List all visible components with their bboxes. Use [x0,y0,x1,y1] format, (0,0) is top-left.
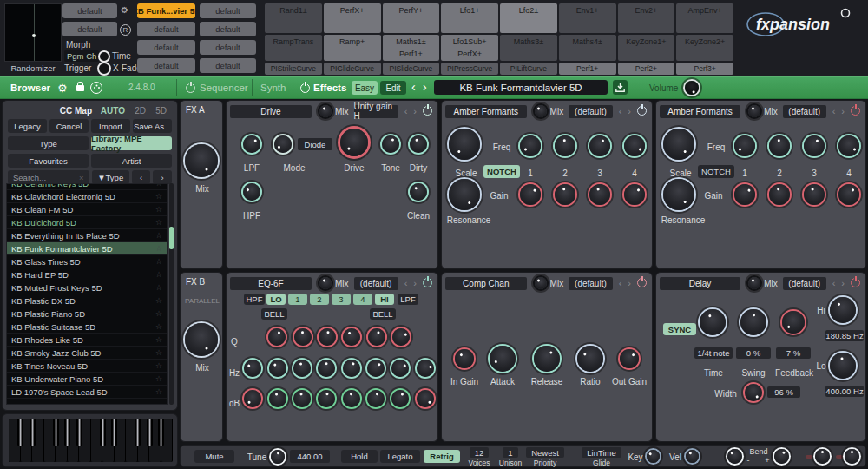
xfade-radio[interactable] [97,62,111,76]
formant-freq-knob-3[interactable] [589,135,610,156]
formant1-next-arrow[interactable]: › [628,106,631,116]
eq-power-icon[interactable] [423,278,432,287]
formant1-preset-selector[interactable]: (default) [569,105,613,118]
formant-freq-knob-4[interactable] [624,135,645,156]
formant-gain-knob-2[interactable] [769,184,790,205]
browser-action-saveas[interactable]: Save As... [133,119,172,133]
comp-knob-ratio[interactable] [577,346,603,372]
artist-button[interactable]: Artist [91,154,172,168]
eq-bell-button-hi[interactable]: BELL [370,308,396,320]
formant-gain-knob-4[interactable] [838,184,859,205]
favourite-star-icon[interactable]: ☆ [155,322,162,331]
midi-icon[interactable] [90,82,102,94]
eq-hz-knob-7[interactable] [391,360,409,377]
aux-knob-1[interactable] [815,449,830,464]
aux-knob-2[interactable] [845,449,859,464]
eq-next-arrow[interactable]: › [413,278,417,288]
preset-list-item[interactable]: KB Plastic DX 5D☆ [7,294,167,307]
delay-preset-selector[interactable]: (default) [783,277,826,290]
mod-matrix-cell[interactable]: Perf1+ [559,63,616,75]
eq-band-button-lpf[interactable]: LPF [398,294,418,305]
eq-band-button-hi[interactable]: HI [375,294,394,305]
formant1-mix-knob[interactable] [535,105,547,117]
delay-swing-value[interactable]: 0 % [736,347,771,359]
delay-swing-knob[interactable] [740,309,766,335]
delay-lo-knob[interactable] [830,353,856,379]
eq-hz-knob-2[interactable] [269,360,286,377]
clear-search-icon[interactable]: × [79,173,84,182]
eq-q-knob-6[interactable] [392,328,410,346]
favourite-star-icon[interactable]: ☆ [155,218,162,227]
effects-tab[interactable]: Effects [313,83,346,93]
eq-preset-selector[interactable]: (default) [354,277,398,290]
delay-time-knob[interactable] [700,309,726,335]
eq-q-knob-2[interactable] [294,328,312,346]
favourite-star-icon[interactable]: ☆ [155,283,162,292]
eq-prev-arrow[interactable]: ‹ [404,278,408,288]
mod-matrix-cell[interactable]: RampTrans [265,35,322,61]
mod-matrix-cell[interactable]: PIPressCurve [441,63,498,75]
black-key[interactable] [158,419,164,446]
formant-scale-knob[interactable] [449,129,480,160]
mod-matrix-cell[interactable]: Perf3+ [676,63,733,75]
preset-slot[interactable]: default [62,22,117,36]
auto-tab[interactable]: AUTO [101,106,125,116]
eq-q-knob-1[interactable] [268,328,286,346]
preset-list-item[interactable]: KB Plastic Suitcase 5D☆ [7,320,167,334]
preset-slot[interactable]: default [137,40,195,55]
eq-db-knob-7[interactable] [391,390,409,407]
mod-matrix-cell[interactable]: PerfY+ [383,3,440,33]
preset-slot[interactable]: default [200,58,256,73]
drive-dirty-knob[interactable] [410,135,427,153]
black-key[interactable] [147,419,153,446]
formant-scale-knob[interactable] [663,129,694,160]
favourite-star-icon[interactable]: ☆ [155,348,162,357]
bend-minus-knob[interactable] [727,449,742,464]
favourite-star-icon[interactable]: ☆ [155,361,162,370]
delay-width-value[interactable]: 96 % [767,386,800,398]
black-key[interactable] [30,419,36,446]
preset-list-item[interactable]: KB Glass Tines 5D☆ [7,255,167,268]
eq-q-knob-3[interactable] [319,328,336,346]
comp-mix-knob[interactable] [535,277,547,289]
eq-db-knob-5[interactable] [343,390,360,407]
eq-db-knob-3[interactable] [293,390,311,407]
drive-mode-knob[interactable] [274,135,292,153]
preset-slot[interactable]: default [62,3,117,18]
drive-mix-knob[interactable] [319,105,332,117]
delay-title[interactable]: Delay [660,277,740,290]
eq-q-knob-4[interactable] [343,328,360,346]
eq-hz-knob-1[interactable] [244,360,261,377]
mod-matrix-cell[interactable]: Lfo2± [500,3,557,33]
sequencer-tab[interactable]: Sequencer [200,83,248,93]
mod-matrix-cell[interactable]: Ramp+ [324,35,381,61]
preset-slot[interactable]: default [137,58,195,73]
black-key[interactable] [53,419,59,446]
mod-matrix-cell[interactable]: PIStrikeCurve [265,63,322,75]
delay-power-icon[interactable] [851,278,860,287]
mute-button[interactable]: Mute [194,450,234,463]
preset-slot[interactable]: default [200,40,256,55]
favourite-star-icon[interactable]: ☆ [155,309,162,318]
bend-plus-knob[interactable] [774,449,789,464]
2d-tab[interactable]: 2D [135,106,146,116]
drive-drive-knob[interactable] [340,129,368,156]
drive-mode-value[interactable]: Diode [298,138,332,150]
formant1-power-icon[interactable] [637,106,647,116]
formant-freq-knob-2[interactable] [555,135,575,156]
mod-matrix-cell[interactable]: Env2+ [618,3,675,33]
lock-icon[interactable] [76,85,84,91]
mod-matrix-cell[interactable]: PerfX+ [324,3,381,33]
eq-hz-knob-8[interactable] [417,360,434,377]
preset-slot[interactable]: default [200,3,256,18]
eq-hz-knob-5[interactable] [343,360,360,377]
preset-list-item[interactable]: KB Clavichord Electroniq 5D☆ [7,190,167,203]
favourite-star-icon[interactable]: ☆ [155,192,162,201]
formant-gain-knob-2[interactable] [555,184,575,205]
edit-mode-button[interactable]: Edit [380,81,406,95]
sequencer-power-icon[interactable] [186,83,195,93]
delay-prev-arrow[interactable]: ‹ [832,278,836,288]
delay-mix-knob[interactable] [748,277,760,289]
eq-db-knob-6[interactable] [367,390,385,407]
drive-next-arrow[interactable]: › [413,106,417,116]
